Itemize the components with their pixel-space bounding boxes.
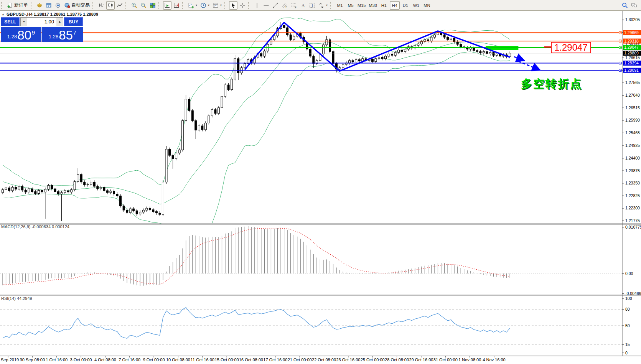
svg-text:1.29669: 1.29669 <box>624 30 639 35</box>
arrows-button[interactable]: ▾ <box>317 1 329 10</box>
toolbar-right <box>620 1 639 10</box>
toolbar-grip <box>330 2 334 9</box>
chart-canvas[interactable]: 1.302051.296801.291551.286151.280901.275… <box>0 11 641 364</box>
svg-text:1.22825: 1.22825 <box>625 193 640 198</box>
zoom-in-button[interactable] <box>130 1 138 10</box>
symbol-header[interactable]: ▲ GBPUSD-,H4 1.28817 1.28861 1.28775 1.2… <box>2 12 98 16</box>
turning-point-annotation[interactable]: 多空转折点 <box>521 76 582 92</box>
svg-text:1.22300: 1.22300 <box>625 206 640 210</box>
periods-button[interactable]: ▾ <box>199 1 211 10</box>
volume-value[interactable]: 1.00 <box>27 18 56 26</box>
bar-chart-button[interactable] <box>97 1 105 10</box>
svg-text:15 Oct 00:00: 15 Oct 00:00 <box>215 357 239 362</box>
collapse-icon[interactable]: ▲ <box>2 13 5 16</box>
dropdown-caret-icon[interactable]: ▾ <box>326 3 328 7</box>
search-button[interactable] <box>621 1 629 10</box>
new-order-button-label: 新订单 <box>14 2 28 8</box>
toolbar-grip <box>1 2 5 9</box>
toolbar-grip <box>125 2 129 9</box>
timeframe-w1-button[interactable]: W1 <box>411 1 421 10</box>
template-icon <box>213 2 219 8</box>
timeframe-m5-button[interactable]: M5 <box>346 1 356 10</box>
macd-indicator-label: MACD(12,26,9) -0.000634 0.000124 <box>1 224 69 229</box>
toolbar-groups: 新订单自动交易▾▾▾EFAT▾ <box>0 0 329 10</box>
tile-windows-button[interactable] <box>148 1 157 10</box>
toolbar-grip <box>31 2 34 9</box>
equidistant-channel-button[interactable]: E <box>280 1 289 10</box>
indicators-button[interactable]: ▾ <box>187 1 198 10</box>
price-callout-box[interactable]: 1.29047 <box>551 42 591 53</box>
text-button[interactable]: A <box>299 1 307 10</box>
buy-price[interactable]: 1.28 85 7 <box>42 27 83 42</box>
timeframe-h4-button[interactable]: H4 <box>390 1 400 10</box>
svg-text:15: 15 <box>625 342 630 347</box>
zoom-out-button[interactable] <box>139 1 148 10</box>
rsi-indicator-label: RSI(14) 44.2949 <box>1 296 32 301</box>
neworder-icon <box>7 2 13 8</box>
trendline-button[interactable] <box>271 1 280 10</box>
text-label-button[interactable]: T <box>308 1 316 10</box>
textT-icon: T <box>309 2 315 8</box>
vline-icon <box>254 2 260 8</box>
auto-scroll-button[interactable] <box>163 1 171 10</box>
metaeditor-button[interactable] <box>35 1 44 10</box>
svg-text:1.30205: 1.30205 <box>625 17 640 22</box>
toolbar: 新订单自动交易▾▾▾EFAT▾ M1M5M15M30H1H4D1W1MN <box>0 0 641 11</box>
svg-text:1.27040: 1.27040 <box>625 93 640 97</box>
dropdown-caret-icon[interactable]: ▾ <box>196 3 197 7</box>
symbol-ohlc-text: GBPUSD-,H4 1.28817 1.28861 1.28775 1.288… <box>7 12 98 16</box>
line-chart-button[interactable] <box>115 1 124 10</box>
linechart-icon <box>117 2 123 8</box>
svg-text:1.24925: 1.24925 <box>625 143 640 148</box>
candle-chart-button[interactable] <box>106 1 115 10</box>
svg-text:3 Oct 00:00: 3 Oct 00:00 <box>70 357 92 362</box>
shapes-icon <box>318 2 325 8</box>
channel-icon: E <box>282 2 288 8</box>
autotrading-button[interactable]: 自动交易 <box>63 1 91 10</box>
templates-button[interactable]: ▾ <box>211 1 223 10</box>
trendline-icon <box>272 2 278 8</box>
dropdown-caret-icon[interactable]: ▾ <box>220 3 222 7</box>
timeframe-d1-button[interactable]: D1 <box>400 1 410 10</box>
svg-text:11 Oct 16:00: 11 Oct 16:00 <box>191 357 214 362</box>
chart-window-button[interactable] <box>44 1 53 10</box>
crosshair-button[interactable] <box>238 1 247 10</box>
chat-button[interactable] <box>630 1 638 10</box>
dropdown-caret-icon[interactable]: ▾ <box>208 3 209 7</box>
timeframe-m30-button[interactable]: M30 <box>367 1 378 10</box>
timeframe-h1-button[interactable]: H1 <box>379 1 389 10</box>
signals-button[interactable] <box>54 1 62 10</box>
sell-price[interactable]: 1.28 80 9 <box>1 27 41 42</box>
toolbar-grip <box>158 2 162 9</box>
tiles-icon <box>150 2 156 8</box>
new-order-button[interactable]: 新订单 <box>6 1 29 10</box>
volume-increase-button[interactable]: ▲ <box>56 18 63 26</box>
chartshift-icon <box>173 2 180 8</box>
fibonacci-button[interactable]: F <box>290 1 298 10</box>
timeframe-mn-button[interactable]: MN <box>422 1 432 10</box>
timeframe-m1-button[interactable]: M1 <box>335 1 345 10</box>
sell-price-pip: 9 <box>32 29 35 36</box>
sell-button[interactable]: SELL <box>1 17 20 26</box>
vertical-line-button[interactable] <box>253 1 261 10</box>
buy-price-big: 85 <box>59 30 73 41</box>
svg-text:1.27565: 1.27565 <box>625 80 640 85</box>
one-click-trading-panel: SELL ▼ 1.00 ▲ BUY 1.28 80 9 1.28 85 7 <box>1 17 83 42</box>
svg-text:1 Oct 16:00: 1 Oct 16:00 <box>46 357 68 362</box>
svg-text:1 Nov 08:00: 1 Nov 08:00 <box>458 357 481 362</box>
svg-text:25 Oct 00:00: 25 Oct 00:00 <box>361 357 385 362</box>
svg-text:7 Oct 16:00: 7 Oct 16:00 <box>119 357 140 362</box>
svg-text:50: 50 <box>625 323 630 328</box>
buy-button[interactable]: BUY <box>64 17 83 26</box>
svg-text:1.23350: 1.23350 <box>625 181 640 185</box>
volume-decrease-button[interactable]: ▼ <box>21 18 27 26</box>
horizontal-line-button[interactable] <box>262 1 270 10</box>
svg-text:1.28394: 1.28394 <box>624 61 639 65</box>
svg-text:4 Nov 16:00: 4 Nov 16:00 <box>483 357 505 362</box>
timeframe-m15-button[interactable]: M15 <box>356 1 367 10</box>
svg-text:1.28809: 1.28809 <box>624 51 639 55</box>
chart-shift-button[interactable] <box>172 1 181 10</box>
cursor-button[interactable] <box>229 1 237 10</box>
fibo-icon: F <box>291 2 297 8</box>
price-callout-tick <box>544 46 551 48</box>
